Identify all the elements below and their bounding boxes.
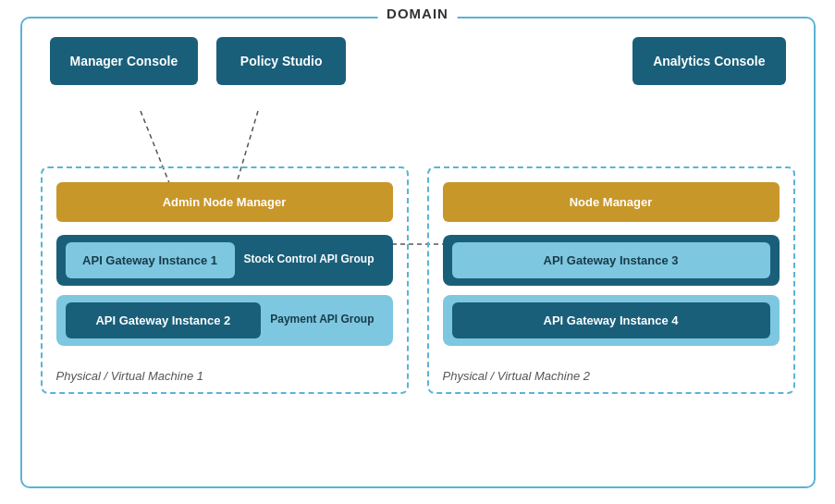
gateway-instance-4: API Gateway Instance 4	[452, 302, 770, 338]
gateway-instance-1: API Gateway Instance 1	[66, 242, 235, 278]
machine-2-box: Node Manager API Gateway Instance 3 API …	[427, 166, 795, 394]
machine-2-label: Physical / Virtual Machine 2	[443, 369, 590, 383]
domain-label: DOMAIN	[377, 6, 458, 21]
payment-group-container-2: API Gateway Instance 4	[443, 295, 780, 346]
machine-1-label: Physical / Virtual Machine 1	[56, 369, 203, 383]
analytics-console-box: Analytics Console	[632, 37, 785, 85]
stock-control-label: Stock Control API Group	[235, 252, 384, 267]
machines-row: Admin Node Manager API Gateway Instance …	[41, 166, 795, 394]
top-boxes-left: Manager Console Policy Studio	[50, 37, 347, 85]
stock-control-group-container: API Gateway Instance 1 Stock Control API…	[56, 235, 393, 286]
stock-control-group-container-2: API Gateway Instance 3	[443, 235, 780, 286]
gateway-instance-3: API Gateway Instance 3	[452, 242, 770, 278]
payment-group-container: API Gateway Instance 2 Payment API Group	[56, 295, 393, 346]
admin-node-manager-box: Admin Node Manager	[56, 182, 393, 222]
policy-studio-box: Policy Studio	[216, 37, 346, 85]
payment-group-label: Payment API Group	[261, 313, 383, 327]
gateway-instance-2: API Gateway Instance 2	[66, 302, 262, 338]
manager-console-box: Manager Console	[50, 37, 199, 85]
machine-1-box: Admin Node Manager API Gateway Instance …	[41, 166, 409, 394]
domain-container: DOMAIN Manager Console Policy Studio Ana…	[20, 17, 816, 488]
top-boxes-row: Manager Console Policy Studio Analytics …	[22, 37, 814, 85]
diagram-wrapper: DOMAIN Manager Console Policy Studio Ana…	[0, 0, 835, 504]
node-manager-box: Node Manager	[443, 182, 780, 222]
